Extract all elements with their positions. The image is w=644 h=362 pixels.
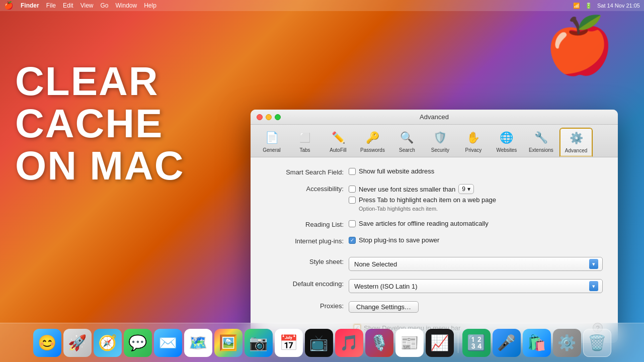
change-settings-button[interactable]: Change Settings…	[349, 301, 419, 313]
finder-icon: 😊	[38, 334, 56, 351]
menu-edit[interactable]: Edit	[63, 2, 73, 9]
dock-item-numbers[interactable]: 🔢	[462, 329, 491, 357]
dock-item-calendar[interactable]: 📅	[275, 329, 303, 357]
battery-icon: 🔋	[585, 3, 592, 9]
tab-extensions[interactable]: 🔧 Extensions	[524, 128, 558, 157]
font-size-checkbox[interactable]	[349, 186, 356, 193]
reading-list-control: Save articles for offline reading automa…	[349, 220, 603, 227]
dock-item-launchpad[interactable]: 🚀	[63, 329, 92, 357]
accessibility-hint: Option-Tab highlights each item.	[359, 206, 603, 212]
dock-item-photos[interactable]: 🖼️	[214, 329, 243, 357]
sysprefs-icon: ⚙️	[557, 334, 576, 351]
dock-item-mail[interactable]: ✉️	[154, 329, 182, 357]
dock-item-keynote[interactable]: 🎤	[493, 329, 521, 357]
internet-plugins-option-row: Stop plug-ins to save power	[349, 236, 603, 244]
dock-item-news[interactable]: 📰	[395, 329, 424, 357]
reading-list-checkbox[interactable]	[349, 220, 356, 227]
menu-view[interactable]: View	[80, 2, 94, 9]
menu-bar-right: 📶 🔋 Sat 14 Nov 21:05	[573, 3, 640, 9]
facetime-icon: 📷	[249, 334, 268, 351]
smart-search-checkbox[interactable]	[349, 168, 356, 175]
minimize-button[interactable]	[266, 114, 272, 120]
tab-tabs[interactable]: ⬜ Tabs	[289, 128, 321, 157]
default-encoding-arrow: ▾	[589, 281, 598, 291]
internet-plugins-control: Stop plug-ins to save power	[349, 236, 603, 244]
smart-search-row: Smart Search Field: Show full website ad…	[266, 167, 603, 176]
dock-item-finder[interactable]: 😊	[33, 329, 61, 357]
menu-help[interactable]: Help	[144, 2, 156, 9]
smart-search-control: Show full website address	[349, 167, 603, 175]
close-button[interactable]	[257, 114, 263, 120]
maximize-button[interactable]	[275, 114, 281, 120]
appstore-icon: 🛍️	[527, 334, 546, 351]
stop-plugins-checkbox[interactable]	[349, 237, 356, 244]
security-icon: 🛡️	[432, 130, 448, 146]
menu-bar-left: 🍎 Finder File Edit View Go Window Help	[4, 1, 156, 10]
dock-item-facetime[interactable]: 📷	[245, 329, 273, 357]
style-sheet-select[interactable]: None Selected ▾	[349, 257, 603, 271]
font-size-option-text: Never use font sizes smaller than	[359, 186, 455, 193]
dock-item-appstore[interactable]: 🛍️	[523, 329, 551, 357]
dock-item-maps[interactable]: 🗺️	[184, 329, 212, 357]
accessibility-option2-row: Press Tab to highlight each item on a we…	[349, 196, 603, 204]
apple-menu-icon[interactable]: 🍎	[4, 1, 14, 10]
hero-text: CLEAR CACHE ON MAC	[15, 60, 184, 187]
trash-icon: 🗑️	[588, 334, 606, 351]
menu-go[interactable]: Go	[101, 2, 109, 9]
font-size-value: 9	[462, 186, 465, 193]
tabs-icon: ⬜	[297, 130, 313, 146]
keynote-icon: 🎤	[497, 334, 516, 351]
dock-item-tv[interactable]: 📺	[305, 329, 333, 357]
tab-general-label: General	[263, 147, 281, 153]
tab-security[interactable]: 🛡️ Security	[424, 128, 456, 157]
tab-extensions-label: Extensions	[529, 147, 553, 153]
mail-icon: ✉️	[158, 334, 177, 351]
traffic-lights	[257, 114, 281, 120]
passwords-icon: 🔑	[364, 130, 380, 146]
tab-privacy[interactable]: ✋ Privacy	[457, 128, 490, 157]
dock-item-safari[interactable]: 🧭	[94, 329, 122, 357]
dock-item-trash[interactable]: 🗑️	[583, 329, 611, 357]
default-encoding-value: Western (ISO Latin 1)	[354, 283, 586, 290]
tab-passwords[interactable]: 🔑 Passwords	[355, 128, 390, 157]
calendar-icon: 📅	[279, 334, 298, 351]
menu-file[interactable]: File	[46, 2, 56, 9]
wifi-icon: 📶	[573, 3, 580, 9]
reading-list-option-text: Save articles for offline reading automa…	[359, 220, 489, 227]
tab-advanced[interactable]: ⚙️ Advanced	[559, 128, 593, 157]
default-encoding-control: Western (ISO Latin 1) ▾	[349, 279, 603, 293]
spacer1	[266, 253, 603, 257]
tab-general[interactable]: 📄 General	[256, 128, 288, 157]
tab-search[interactable]: 🔍 Search	[391, 128, 423, 157]
style-sheet-arrow: ▾	[589, 259, 598, 269]
websites-icon: 🌐	[499, 130, 515, 146]
privacy-icon: ✋	[465, 130, 481, 146]
style-sheet-row: Style sheet: None Selected ▾	[266, 257, 603, 271]
tab-websites[interactable]: 🌐 Websites	[491, 128, 523, 157]
tab-autofill[interactable]: ✏️ AutoFill	[322, 128, 354, 157]
dock-item-sysprefs[interactable]: ⚙️	[553, 329, 581, 357]
tab-passwords-label: Passwords	[360, 147, 385, 153]
safari-icon: 🧭	[98, 334, 117, 351]
launchpad-icon: 🚀	[68, 334, 87, 351]
dock-item-music[interactable]: 🎵	[335, 329, 363, 357]
font-size-dropdown-arrow: ▾	[467, 186, 470, 193]
window-title-bar: Advanced	[251, 110, 618, 125]
internet-plugins-row: Internet plug-ins: Stop plug-ins to save…	[266, 236, 603, 245]
dock-item-stocks[interactable]: 📈	[426, 329, 454, 357]
dock-item-podcasts[interactable]: 🎙️	[365, 329, 393, 357]
menu-window[interactable]: Window	[116, 2, 137, 9]
style-sheet-control: None Selected ▾	[349, 257, 603, 271]
proxies-control: Change Settings…	[349, 301, 603, 313]
menu-finder[interactable]: Finder	[21, 2, 39, 9]
tab-highlight-checkbox[interactable]	[349, 197, 356, 204]
font-size-selector[interactable]: 9 ▾	[458, 184, 474, 194]
smart-search-option-text: Show full website address	[359, 167, 434, 175]
default-encoding-label: Default encoding:	[266, 279, 349, 288]
tab-advanced-label: Advanced	[565, 148, 587, 153]
menu-bar: 🍎 Finder File Edit View Go Window Help 📶…	[0, 0, 644, 11]
dock-item-messages[interactable]: 💬	[124, 329, 152, 357]
dock-divider	[458, 333, 458, 353]
default-encoding-select[interactable]: Western (ISO Latin 1) ▾	[349, 279, 603, 293]
tab-tabs-label: Tabs	[299, 147, 310, 153]
